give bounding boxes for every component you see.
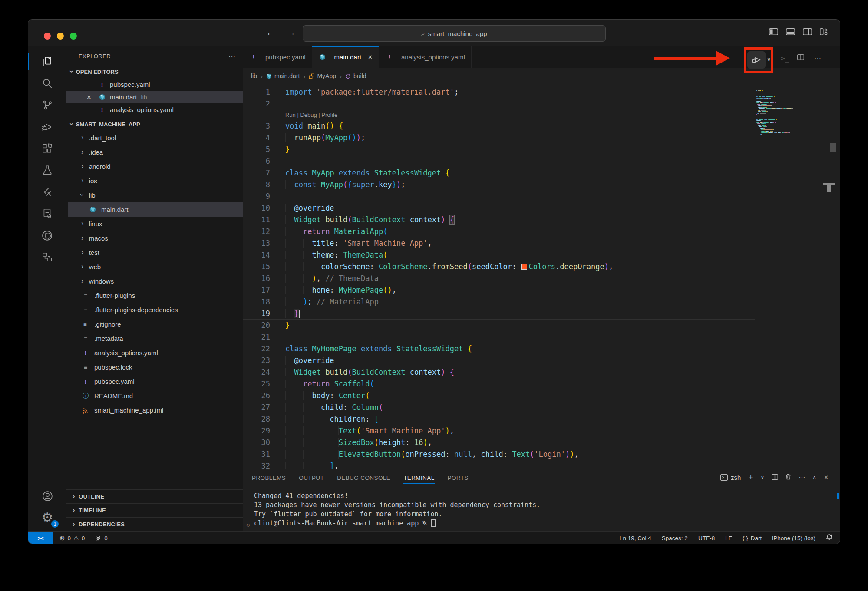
panel-tab-output[interactable]: OUTPUT	[299, 469, 324, 486]
toggle-sidebar-icon[interactable]	[769, 28, 778, 35]
minimize-window-button[interactable]	[57, 33, 64, 40]
code-line-14[interactable]: 14 theme: ThemeData(	[243, 249, 755, 261]
notifications-bell-icon[interactable]	[826, 534, 833, 542]
maximize-panel-icon[interactable]: ∧	[812, 474, 816, 480]
code-line-5[interactable]: 5}	[243, 144, 755, 155]
sidebar-section-timeline[interactable]: ›TIMELINE	[66, 503, 243, 517]
command-center-search[interactable]: ⌕ smart_machine_app	[303, 25, 606, 42]
remote-indicator[interactable]: ><	[28, 532, 53, 544]
tab-main.dart[interactable]: main.dart✕	[312, 46, 379, 68]
explorer-more-actions-icon[interactable]: ⋯	[228, 52, 236, 60]
open-editors-header[interactable]: › OPEN EDITORS	[66, 66, 243, 78]
encoding-status[interactable]: UTF-8	[698, 535, 715, 541]
broadcast-status[interactable]: 0	[94, 535, 108, 541]
code-line-4[interactable]: 4 runApp(MyApp());	[243, 132, 755, 144]
code-line-7[interactable]: 7class MyApp extends StatelessWidget {	[243, 167, 755, 179]
code-line-10[interactable]: 10 @override	[243, 202, 755, 214]
code-line-17[interactable]: 17 home: MyHomePage(),	[243, 284, 755, 296]
panel-more-actions-icon[interactable]: ⋯	[799, 473, 805, 481]
close-editor-icon[interactable]: ✕	[86, 94, 92, 101]
tree-folder-.idea[interactable]: ›.idea	[66, 145, 243, 159]
tree-folder-ios[interactable]: ›ios	[66, 174, 243, 188]
code-line-28[interactable]: 28 children: [	[243, 413, 755, 425]
code-line-32[interactable]: 32 ],	[243, 460, 755, 469]
tree-folder-lib[interactable]: ›lib	[66, 188, 243, 202]
terminal-prompt[interactable]: ○clint@Clints-MacBook-Air smart_machine_…	[254, 519, 831, 528]
minimap[interactable]	[756, 86, 826, 469]
remote-explorer-icon[interactable]	[28, 246, 66, 268]
source-control-icon[interactable]	[28, 94, 66, 116]
code-line-13[interactable]: 13 title: 'Smart Machine App',	[243, 238, 755, 249]
code-line-21[interactable]: 21	[243, 331, 755, 343]
code-line-20[interactable]: 20}	[243, 320, 755, 331]
tree-folder-linux[interactable]: ›linux	[66, 217, 243, 231]
code-line-26[interactable]: 26 body: Center(	[243, 390, 755, 402]
problems-status[interactable]: ⊗ 0 ⚠ 0	[59, 534, 85, 542]
code-line-11[interactable]: 11 Widget build(BuildContext context) {	[243, 214, 755, 226]
testing-icon[interactable]	[28, 159, 66, 181]
terminal-dropdown-icon[interactable]: ∨	[761, 474, 765, 480]
tree-file-.gitignore[interactable]: ◆.gitignore	[66, 317, 243, 331]
language-status[interactable]: { } Dart	[743, 535, 762, 541]
settings-gear-icon[interactable]: ⚙ 1	[28, 507, 66, 528]
project-section-header[interactable]: › SMART_MACHINE_APP	[66, 118, 243, 131]
code-line-2[interactable]: 2	[243, 98, 755, 110]
tree-folder-.dart_tool[interactable]: ›.dart_tool	[66, 131, 243, 145]
code-line-18[interactable]: 18 ); // MaterialApp	[243, 296, 755, 308]
code-line-6[interactable]: 6	[243, 155, 755, 167]
cursor-position-status[interactable]: Ln 19, Col 4	[620, 535, 651, 541]
tree-file-pubspec.lock[interactable]: ≡pubspec.lock	[66, 360, 243, 374]
terminal-output[interactable]: Changed 41 dependencies!13 packages have…	[243, 486, 831, 531]
code-line-3[interactable]: 3void main() {	[243, 120, 755, 132]
code-line-25[interactable]: 25 return Scaffold(	[243, 378, 755, 390]
tree-file-.flutter-plugins[interactable]: ≡.flutter-plugins	[66, 288, 243, 303]
kill-terminal-icon[interactable]	[785, 474, 791, 481]
panel-tab-problems[interactable]: PROBLEMS	[252, 469, 286, 486]
code-line-22[interactable]: 22class MyHomePage extends StatelessWidg…	[243, 343, 755, 355]
code-editor[interactable]: 1import 'package:flutter/material.dart';…	[243, 84, 840, 469]
close-window-button[interactable]	[44, 33, 51, 40]
tree-file-analysis_options.yaml[interactable]: !analysis_options.yaml	[66, 346, 243, 360]
eol-status[interactable]: LF	[725, 535, 732, 541]
forward-arrow-icon[interactable]: →	[287, 27, 296, 38]
tree-file-.flutter-plugins-dependencies[interactable]: ≡.flutter-plugins-dependencies	[66, 303, 243, 317]
zoom-window-button[interactable]	[70, 33, 77, 40]
open-editor-item[interactable]: ✕main.dartlib	[66, 91, 243, 103]
tree-file-pubspec.yaml[interactable]: !pubspec.yaml	[66, 374, 243, 389]
device-selector-status[interactable]: iPhone (15) (ios)	[772, 535, 815, 541]
close-panel-icon[interactable]: ✕	[824, 474, 828, 481]
breadcrumb-item-build[interactable]: build	[345, 73, 366, 79]
code-line-27[interactable]: 27 child: Column(	[243, 402, 755, 413]
code-line-31[interactable]: 31 ElevatedButton(onPressed: null, child…	[243, 449, 755, 460]
toggle-panel-icon[interactable]	[786, 28, 795, 35]
code-line-23[interactable]: 23 @override	[243, 355, 755, 366]
code-line-29[interactable]: 29 Text('Smart Machine App'),	[243, 425, 755, 437]
terminal-shell-chip[interactable]: >_ zsh	[720, 474, 741, 481]
open-editor-item[interactable]: !analysis_options.yaml	[66, 103, 243, 116]
toggle-secondary-sidebar-icon[interactable]	[803, 28, 812, 35]
terminal-scrollbar[interactable]	[837, 493, 839, 499]
tree-folder-test[interactable]: ›test	[66, 245, 243, 260]
codelens[interactable]: Run | Debug | Profile	[243, 110, 755, 120]
new-terminal-icon[interactable]: +	[748, 472, 753, 482]
indentation-status[interactable]: Spaces: 2	[662, 535, 688, 541]
explorer-icon[interactable]	[28, 51, 66, 73]
tab-analysis_options.yaml[interactable]: !analysis_options.yaml	[379, 46, 472, 68]
open-editor-item[interactable]: !pubspec.yaml	[66, 78, 243, 91]
project-icon[interactable]	[28, 203, 66, 225]
tree-file-README.md[interactable]: ⓘREADME.md	[66, 389, 243, 403]
search-icon[interactable]	[28, 73, 66, 94]
code-line-8[interactable]: 8 const MyApp({super.key});	[243, 179, 755, 191]
extensions-icon[interactable]	[28, 138, 66, 159]
customize-layout-icon[interactable]	[820, 28, 828, 35]
tree-folder-android[interactable]: ›android	[66, 159, 243, 174]
code-line-9[interactable]: 9	[243, 191, 755, 202]
tree-file-main.dart[interactable]: main.dart	[66, 202, 243, 217]
tree-file-.metadata[interactable]: ≡.metadata	[66, 331, 243, 346]
sidebar-section-outline[interactable]: ›OUTLINE	[66, 489, 243, 503]
split-terminal-icon[interactable]	[772, 474, 778, 481]
back-arrow-icon[interactable]: ←	[266, 27, 275, 38]
breadcrumb-item-main.dart[interactable]: main.dart	[266, 73, 300, 79]
close-tab-icon[interactable]: ✕	[368, 54, 373, 60]
sidebar-section-dependencies[interactable]: ›DEPENDENCIES	[66, 517, 243, 531]
